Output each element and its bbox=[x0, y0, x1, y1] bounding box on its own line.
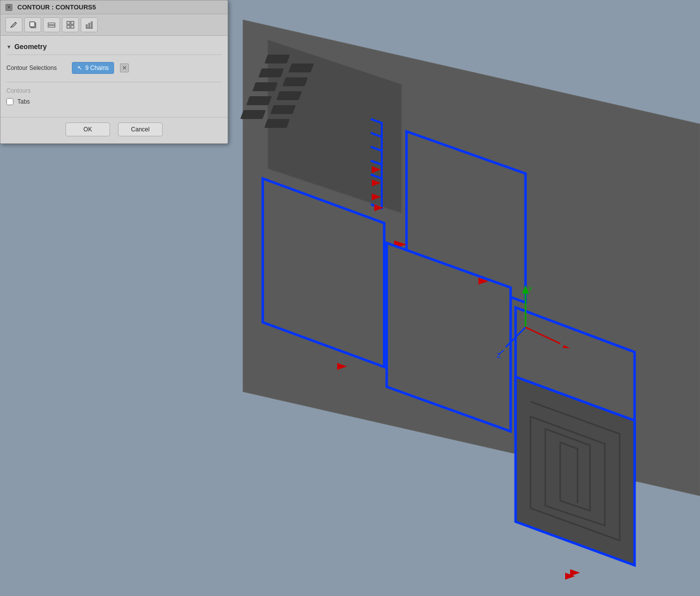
svg-rect-47 bbox=[71, 21, 74, 24]
svg-text:Y: Y bbox=[528, 285, 533, 293]
chains-count-label: 9 Chains bbox=[85, 64, 109, 71]
contour-selections-row: Contour Selections ↖ 9 Chains ✕ bbox=[6, 60, 222, 76]
cursor-icon: ↖ bbox=[77, 64, 82, 71]
svg-rect-49 bbox=[71, 25, 74, 28]
clear-selection-button[interactable]: ✕ bbox=[120, 63, 129, 72]
svg-rect-11 bbox=[240, 110, 266, 119]
chains-button[interactable]: ↖ 9 Chains bbox=[72, 62, 114, 74]
section-collapse-toggle[interactable]: ▼ bbox=[6, 44, 11, 50]
svg-rect-50 bbox=[86, 24, 88, 28]
geometry-section-header: ▼ Geometry bbox=[6, 40, 222, 55]
tabs-checkbox-row: Tabs bbox=[6, 98, 222, 105]
svg-rect-48 bbox=[67, 25, 70, 28]
svg-rect-52 bbox=[91, 21, 93, 28]
svg-rect-46 bbox=[67, 21, 70, 24]
dialog-body: ▼ Geometry Contour Selections ↖ 9 Chains… bbox=[0, 36, 228, 117]
svg-rect-8 bbox=[276, 91, 302, 100]
toolbar-btn-5[interactable] bbox=[81, 17, 98, 32]
svg-rect-43 bbox=[30, 22, 35, 27]
close-button[interactable]: ✕ bbox=[5, 4, 12, 11]
dialog: ✕ CONTOUR : CONTOURS5 bbox=[0, 0, 228, 144]
dialog-toolbar bbox=[0, 14, 228, 36]
toolbar-btn-2[interactable] bbox=[24, 17, 41, 32]
toolbar-btn-1[interactable] bbox=[5, 17, 22, 32]
svg-rect-12 bbox=[264, 119, 290, 128]
svg-rect-45 bbox=[48, 25, 55, 27]
toolbar-btn-3[interactable] bbox=[43, 17, 60, 32]
svg-rect-7 bbox=[252, 82, 278, 91]
tabs-checkbox[interactable] bbox=[6, 98, 13, 105]
contours-placeholder-label: Contours bbox=[6, 87, 31, 94]
svg-rect-44 bbox=[48, 23, 55, 25]
svg-rect-10 bbox=[270, 105, 296, 114]
svg-rect-3 bbox=[264, 55, 290, 63]
ok-button[interactable]: OK bbox=[65, 122, 110, 136]
svg-text:Z: Z bbox=[497, 352, 501, 359]
svg-rect-6 bbox=[283, 77, 308, 86]
cancel-button[interactable]: Cancel bbox=[118, 122, 163, 136]
geometry-section-title: Geometry bbox=[14, 43, 47, 51]
separator bbox=[6, 82, 222, 82]
contour-selections-label: Contour Selections bbox=[6, 64, 66, 71]
svg-rect-4 bbox=[289, 63, 314, 72]
tabs-label[interactable]: Tabs bbox=[17, 98, 30, 105]
svg-rect-51 bbox=[88, 23, 90, 28]
dialog-title: CONTOUR : CONTOURS5 bbox=[17, 3, 96, 11]
svg-rect-5 bbox=[258, 68, 284, 77]
dialog-titlebar: ✕ CONTOUR : CONTOURS5 bbox=[0, 0, 228, 14]
svg-rect-9 bbox=[246, 96, 272, 105]
toolbar-btn-4[interactable] bbox=[62, 17, 79, 32]
dialog-footer: OK Cancel bbox=[0, 117, 228, 143]
contours-row: Contours bbox=[6, 87, 222, 94]
